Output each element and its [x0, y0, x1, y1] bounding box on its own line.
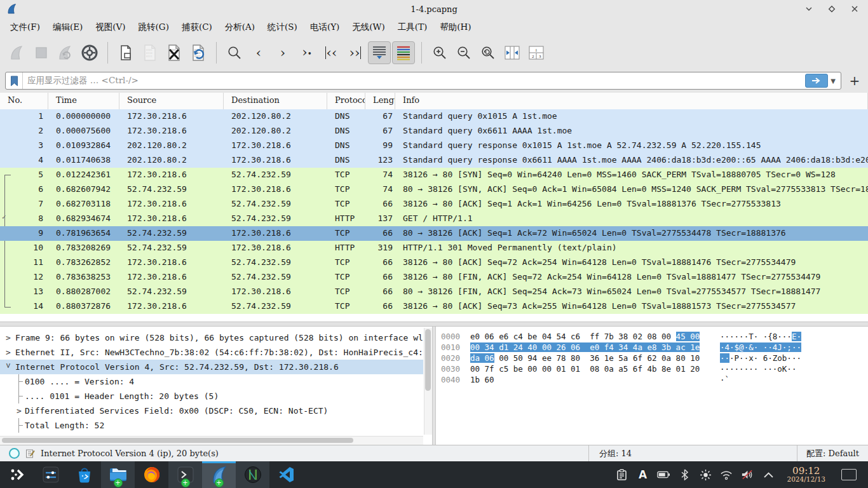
column-header-length[interactable]: Length: [365, 93, 395, 109]
layout-button[interactable]: 123: [525, 41, 548, 64]
reload-file-button[interactable]: 010101100111: [187, 41, 210, 64]
detail-line-2[interactable]: >Internet Protocol Version 4, Src: 52.74…: [0, 360, 423, 374]
menu-item-7[interactable]: 电话(Y): [304, 20, 346, 35]
column-header-time[interactable]: Time: [48, 93, 119, 109]
horizontal-splitter[interactable]: [0, 322, 868, 327]
detail-horizontal-scrollbar[interactable]: [0, 436, 423, 445]
hex-row-0040[interactable]: 00401b 60·`: [436, 374, 868, 385]
menu-item-10[interactable]: 帮助(H): [433, 20, 477, 35]
restart-capture-button[interactable]: [54, 41, 77, 64]
go-forward-button[interactable]: ›: [271, 41, 294, 64]
hex-row-0020[interactable]: 0020da 06 00 50 94 ee 78 80 36 1e 5a 6f …: [436, 353, 868, 363]
packet-row-5[interactable]: 50.012242361172.30.218.652.74.232.59TCP7…: [0, 168, 868, 182]
packet-row-1[interactable]: 10.000000000172.30.218.6202.120.80.2DNS6…: [0, 109, 868, 124]
taskbar-app-firefox[interactable]: [135, 461, 168, 488]
taskbar-app-neovim[interactable]: [236, 461, 269, 488]
maximize-button[interactable]: [827, 4, 836, 13]
show-desktop-button[interactable]: [841, 469, 857, 480]
packet-row-6[interactable]: 60.68260794252.74.232.59172.30.218.6TCP7…: [0, 182, 868, 197]
minimize-button[interactable]: [804, 4, 813, 13]
expander-icon[interactable]: >: [1, 363, 16, 370]
menu-item-4[interactable]: 捕获(C): [175, 20, 219, 35]
detail-line-3[interactable]: 0100 .... = Version: 4: [0, 374, 423, 389]
menu-item-2[interactable]: 视图(V): [89, 20, 132, 35]
tray-battery-icon[interactable]: [657, 468, 670, 481]
filter-bookmark-icon[interactable]: [6, 72, 23, 89]
menu-item-5[interactable]: 分析(A): [219, 20, 261, 35]
expander-icon[interactable]: >: [6, 345, 12, 360]
packet-row-3[interactable]: 30.010932864202.120.80.2172.30.218.6DNS9…: [0, 139, 868, 153]
menu-item-3[interactable]: 跳转(G): [132, 20, 175, 35]
close-file-button[interactable]: 010101100111: [163, 41, 186, 64]
tray-wifi-icon[interactable]: [720, 468, 733, 481]
detail-line-1[interactable]: >Ethernet II, Src: NewH3CTechno_7b:38:02…: [0, 345, 423, 360]
zoom-in-button[interactable]: [428, 41, 451, 64]
tray-chevron-up-icon[interactable]: [762, 468, 775, 481]
filter-apply-button[interactable]: [805, 74, 828, 88]
filter-add-button[interactable]: +: [846, 72, 863, 89]
go-first-button[interactable]: ‹‹: [320, 41, 342, 64]
go-last-button[interactable]: ››: [344, 41, 367, 64]
packet-row-7[interactable]: 70.682703118172.30.218.652.74.232.59TCP6…: [0, 197, 868, 212]
taskbar-clock[interactable]: 09:12 2024/12/13: [787, 466, 825, 484]
taskbar-app-vscode[interactable]: [269, 461, 303, 488]
detail-line-4[interactable]: .... 0101 = Header Length: 20 bytes (5): [0, 389, 423, 403]
packet-row-4[interactable]: 40.011740638202.120.80.2172.30.218.6DNS1…: [0, 153, 868, 168]
zoom-reset-button[interactable]: [477, 41, 499, 64]
taskbar-app-terminal[interactable]: +: [168, 461, 202, 488]
close-button[interactable]: [850, 4, 859, 13]
column-header-info[interactable]: Info: [395, 93, 868, 109]
hex-row-0010[interactable]: 001000 34 d1 24 40 00 26 06 e0 f4 34 4a …: [436, 342, 868, 353]
hex-row-0030[interactable]: 003000 7f c5 be 00 00 01 01 08 0a a5 6f …: [436, 363, 868, 374]
capture-comment-icon[interactable]: [25, 449, 35, 458]
expander-icon[interactable]: >: [6, 330, 12, 345]
tray-brightness-icon[interactable]: [699, 468, 712, 481]
tray-clipboard-icon[interactable]: [615, 468, 628, 481]
column-header-source[interactable]: Source: [119, 93, 224, 109]
display-filter-input[interactable]: 应用显示过滤器 … <Ctrl-/> ▼: [5, 72, 841, 90]
packet-row-14[interactable]: 140.880372876172.30.218.652.74.232.59TCP…: [0, 299, 868, 314]
tray-volume-muted-icon[interactable]: [741, 468, 754, 481]
colorize-button[interactable]: [392, 41, 415, 64]
resize-columns-button[interactable]: [501, 41, 524, 64]
column-header-no[interactable]: No.: [0, 93, 48, 109]
auto-scroll-button[interactable]: [368, 41, 391, 64]
open-file-button[interactable]: [114, 41, 137, 64]
detail-line-6[interactable]: Total Length: 52: [0, 418, 423, 433]
detail-line-5[interactable]: >Differentiated Services Field: 0x00 (DS…: [0, 403, 423, 418]
menu-item-8[interactable]: 无线(W): [346, 20, 391, 35]
tray-bluetooth-icon[interactable]: [678, 468, 691, 481]
tray-input-method-icon[interactable]: A: [636, 468, 649, 481]
packet-row-10[interactable]: 100.78320826952.74.232.59172.30.218.6HTT…: [0, 241, 868, 255]
menu-item-0[interactable]: 文件(F): [4, 20, 46, 35]
menu-item-1[interactable]: 编辑(E): [46, 20, 89, 35]
start-capture-button[interactable]: [6, 41, 29, 64]
packet-row-13[interactable]: 130.88028700252.74.232.59172.30.218.6TCP…: [0, 285, 868, 299]
taskbar-app-launcher[interactable]: [0, 461, 34, 488]
taskbar-app-settings[interactable]: [34, 461, 67, 488]
save-file-button[interactable]: 010101100111: [139, 41, 161, 64]
expander-icon[interactable]: >: [17, 403, 23, 418]
go-to-packet-button[interactable]: ›•: [295, 41, 318, 64]
go-back-button[interactable]: ‹: [247, 41, 270, 64]
filter-dropdown-caret[interactable]: ▼: [831, 78, 836, 85]
detail-vertical-scrollbar[interactable]: [424, 328, 432, 435]
detail-line-0[interactable]: >Frame 9: 66 bytes on wire (528 bits), 6…: [0, 330, 423, 345]
statusbar-profile[interactable]: 配置: Default: [797, 445, 868, 461]
capture-options-button[interactable]: [78, 41, 101, 64]
menu-item-6[interactable]: 统计(S): [261, 20, 304, 35]
menu-item-9[interactable]: 工具(T): [391, 20, 434, 35]
packet-row-2[interactable]: 20.000075600172.30.218.6202.120.80.2DNS6…: [0, 124, 868, 139]
taskbar-app-app-store[interactable]: [67, 461, 101, 488]
taskbar-app-file-manager[interactable]: +: [101, 461, 135, 488]
column-header-destination[interactable]: Destination: [224, 93, 327, 109]
zoom-out-button[interactable]: [452, 41, 475, 64]
packet-row-8[interactable]: 80.682934674172.30.218.652.74.232.59HTTP…: [0, 212, 868, 226]
hex-row-0000[interactable]: 0000e0 06 e6 c4 be 04 54 c6 ff 7b 38 02 …: [436, 331, 868, 342]
expert-info-icon[interactable]: [9, 448, 20, 459]
packet-row-11[interactable]: 110.783262852172.30.218.652.74.232.59TCP…: [0, 255, 868, 270]
packet-row-12[interactable]: 120.783638253172.30.218.652.74.232.59TCP…: [0, 270, 868, 285]
taskbar-app-wireshark[interactable]: +: [202, 461, 236, 488]
packet-row-9[interactable]: 90.78196365452.74.232.59172.30.218.6TCP6…: [0, 226, 868, 241]
find-packet-button[interactable]: [223, 41, 246, 64]
